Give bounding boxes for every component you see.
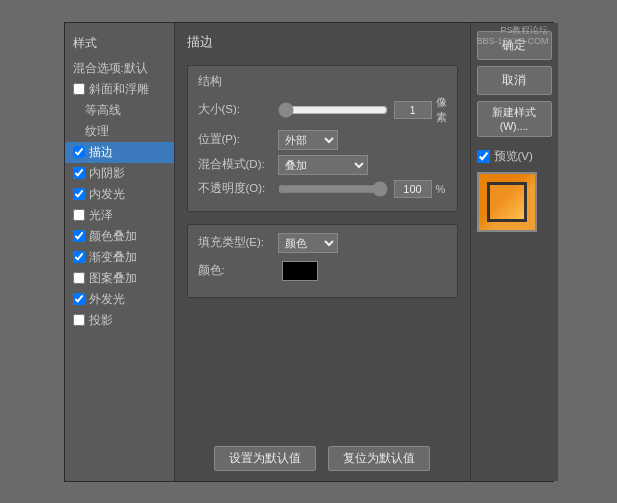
structure-panel-title: 结构 [198, 74, 447, 89]
inner-glow-checkbox[interactable] [73, 188, 85, 200]
drop-shadow-checkbox[interactable] [73, 314, 85, 326]
color-overlay-checkbox[interactable] [73, 230, 85, 242]
size-label: 大小(S): [198, 102, 278, 117]
sidebar-title: 样式 [65, 31, 174, 58]
blend-mode-label: 混合模式(D): [198, 157, 278, 172]
sidebar-item-drop-shadow[interactable]: 投影 [65, 310, 174, 331]
bottom-buttons: 设置为默认值 复位为默认值 [187, 440, 458, 471]
position-label: 位置(P): [198, 132, 278, 147]
position-row: 位置(P): 外部 内部 居中 [198, 130, 447, 150]
satin-checkbox[interactable] [73, 209, 85, 221]
size-slider[interactable] [278, 103, 388, 117]
sidebar-inner-shadow-label: 内阴影 [89, 166, 125, 181]
position-select[interactable]: 外部 内部 居中 [278, 130, 338, 150]
opacity-unit: % [436, 183, 446, 195]
sidebar-item-pattern-overlay[interactable]: 图案叠加 [65, 268, 174, 289]
fill-type-select[interactable]: 颜色 渐变 图案 [278, 233, 338, 253]
preview-area: 预览(V) [477, 149, 552, 232]
sidebar-gradient-overlay-label: 渐变叠加 [89, 250, 137, 265]
section-title: 描边 [187, 33, 458, 51]
opacity-slider[interactable] [278, 182, 388, 196]
opacity-slider-container: % [278, 180, 447, 198]
sidebar-satin-label: 光泽 [89, 208, 113, 223]
new-style-button[interactable]: 新建样式(W).... [477, 101, 552, 137]
fill-type-label: 填充类型(E): [198, 235, 278, 250]
sidebar-item-bevel[interactable]: 斜面和浮雕 [65, 79, 174, 100]
sidebar-item-inner-glow[interactable]: 内发光 [65, 184, 174, 205]
color-swatch[interactable] [282, 261, 318, 281]
main-content: 描边 结构 大小(S): 像素 位置(P): 外部 内部 居中 [175, 23, 470, 481]
right-panel: 确定 取消 新建样式(W).... 预览(V) [470, 23, 558, 481]
sidebar-outer-glow-label: 外发光 [89, 292, 125, 307]
watermark: PS教程论坛 BBS-16XX9-COM [476, 25, 548, 48]
sidebar: 样式 混合选项:默认 斜面和浮雕 等高线 纹理 描边 内阴影 [65, 23, 175, 481]
sidebar-item-texture[interactable]: 纹理 [65, 121, 174, 142]
color-label: 颜色: [198, 263, 278, 278]
sidebar-item-outer-glow[interactable]: 外发光 [65, 289, 174, 310]
gradient-overlay-checkbox[interactable] [73, 251, 85, 263]
sidebar-blend-label: 混合选项:默认 [73, 61, 148, 76]
sidebar-item-satin[interactable]: 光泽 [65, 205, 174, 226]
preview-thumbnail [477, 172, 537, 232]
sidebar-color-overlay-label: 颜色叠加 [89, 229, 137, 244]
size-unit: 像素 [436, 95, 447, 125]
sidebar-item-blend-options[interactable]: 混合选项:默认 [65, 58, 174, 79]
sidebar-item-color-overlay[interactable]: 颜色叠加 [65, 226, 174, 247]
color-row: 颜色: [198, 261, 447, 281]
preview-checkbox-row: 预览(V) [477, 149, 533, 164]
opacity-input[interactable] [394, 180, 432, 198]
structure-panel: 结构 大小(S): 像素 位置(P): 外部 内部 居中 [187, 65, 458, 212]
set-default-button[interactable]: 设置为默认值 [214, 446, 316, 471]
sidebar-item-gradient-overlay[interactable]: 渐变叠加 [65, 247, 174, 268]
opacity-label: 不透明度(O): [198, 181, 278, 196]
preview-checkbox[interactable] [477, 150, 490, 163]
bevel-checkbox[interactable] [73, 83, 85, 95]
preview-thumbnail-inner [487, 182, 527, 222]
fill-type-panel: 填充类型(E): 颜色 渐变 图案 颜色: [187, 224, 458, 298]
sidebar-pattern-overlay-label: 图案叠加 [89, 271, 137, 286]
sidebar-item-stroke[interactable]: 描边 [65, 142, 174, 163]
inner-shadow-checkbox[interactable] [73, 167, 85, 179]
sidebar-bevel-label: 斜面和浮雕 [89, 82, 149, 97]
outer-glow-checkbox[interactable] [73, 293, 85, 305]
sidebar-stroke-label: 描边 [89, 145, 113, 160]
opacity-row: 不透明度(O): % [198, 180, 447, 198]
fill-type-row: 填充类型(E): 颜色 渐变 图案 [198, 233, 447, 253]
sidebar-drop-shadow-label: 投影 [89, 313, 113, 328]
cancel-button[interactable]: 取消 [477, 66, 552, 95]
layer-style-dialog: PS教程论坛 BBS-16XX9-COM 样式 混合选项:默认 斜面和浮雕 等高… [64, 22, 554, 482]
reset-default-button[interactable]: 复位为默认值 [328, 446, 430, 471]
pattern-overlay-checkbox[interactable] [73, 272, 85, 284]
sidebar-texture-label: 纹理 [85, 124, 109, 139]
size-slider-container: 像素 [278, 95, 447, 125]
sidebar-inner-glow-label: 内发光 [89, 187, 125, 202]
blend-mode-select[interactable]: 叠加 正常 溶解 [278, 155, 368, 175]
size-input[interactable] [394, 101, 432, 119]
sidebar-item-contour[interactable]: 等高线 [65, 100, 174, 121]
sidebar-item-inner-shadow[interactable]: 内阴影 [65, 163, 174, 184]
preview-label: 预览(V) [494, 149, 533, 164]
sidebar-contour-label: 等高线 [85, 103, 121, 118]
blend-mode-row: 混合模式(D): 叠加 正常 溶解 [198, 155, 447, 175]
stroke-checkbox[interactable] [73, 146, 85, 158]
size-row: 大小(S): 像素 [198, 95, 447, 125]
